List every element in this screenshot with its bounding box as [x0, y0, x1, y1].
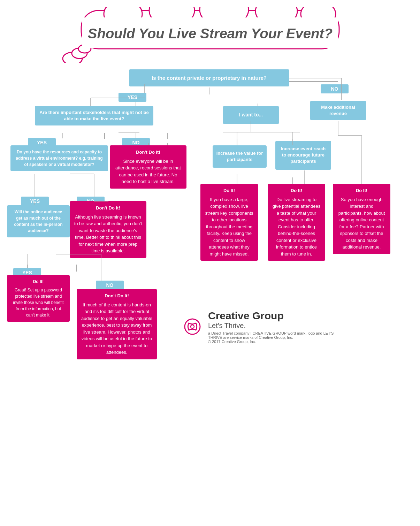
doit1-box: Do It! If you have a large, complex show… [200, 184, 258, 261]
dontt1-box: Don't Do It! Since everyone will be in a… [110, 145, 186, 189]
question1-box: Is the content private or proprietary in… [129, 69, 289, 86]
yes1-label: YES [119, 93, 146, 102]
doit4-box: Do It! Great! Set up a password protecte… [7, 275, 70, 322]
brand-icon [181, 315, 204, 338]
dontt2-box: Don't Do It! Although live streaming is … [70, 201, 146, 258]
increase-reach-box: Increase event reach to encourage future… [275, 141, 331, 170]
make-revenue-box: Make additional revenue [310, 101, 366, 120]
footer-brand: Creative Group Let's Thrive. a Direct Tr… [181, 310, 334, 344]
page-wrapper: Should You Live Stream Your Event? [0, 0, 420, 526]
iwantto-box: I want to... [223, 106, 279, 124]
no1-label: NO [321, 84, 349, 93]
svg-text:Should You Live Stream Your Ev: Should You Live Stream Your Event? [87, 26, 332, 41]
cloud-title-area: Should You Live Stream Your Event? [7, 7, 413, 64]
question3-box: Do you have the resources and capacity t… [10, 145, 108, 171]
svg-point-33 [191, 325, 194, 328]
no5-label: NO [96, 281, 124, 290]
question2-box: Are there important stakeholders that mi… [35, 106, 153, 125]
dontt3-box: Don't Do It! If much of the content is h… [77, 289, 157, 359]
increase-value-box: Increase the value for participants [213, 145, 267, 168]
question4-box: Will the online audience get as much out… [7, 205, 70, 237]
yes3-label: YES [21, 197, 49, 206]
flowchart-container: Is the content private or proprietary in… [7, 66, 413, 526]
doit3-box: Do It! So you have enough interest and p… [333, 184, 390, 254]
doit2-box: Do It! Do live streaming to give potenti… [268, 184, 325, 261]
